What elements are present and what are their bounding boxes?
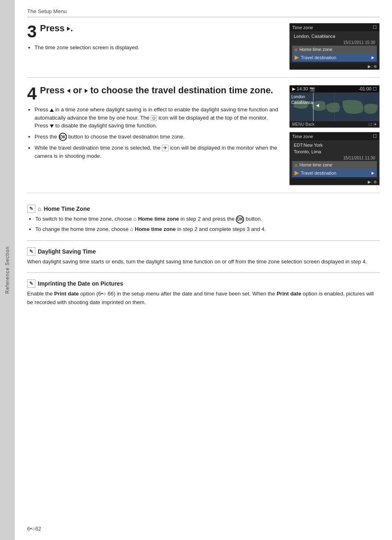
home-icon-b2: ⌂ (130, 226, 134, 232)
notes-section: ✎ ⌂ Home Time Zone To switch to the home… (27, 205, 380, 313)
camera-body-2: EDT:New York Toronto, Lima 15/11/2011 11… (290, 140, 379, 179)
step-4-bullets: Press in a time zone where daylight savi… (35, 106, 281, 160)
camera-time-1: 15/11/2011 15:30 (292, 39, 377, 46)
camera-topbar-map: ▶ 14:30 📷 -01:00 ☐ (290, 85, 379, 92)
step-3-title: Press . (40, 23, 73, 34)
left-arrow-icon (67, 89, 70, 93)
note-print: ✎ Imprinting the Date on Pictures Enable… (27, 279, 380, 307)
page-title: The Setup Menu (27, 8, 380, 17)
note-home-bullet-1: To switch to the home time zone, choose … (35, 215, 380, 224)
note-icon-print: ✎ (27, 279, 35, 288)
note-home-header: ✎ ⌂ Home Time Zone (27, 205, 380, 213)
camera-time-2: 15/11/2011 11:30 (292, 155, 377, 161)
sidebar-label: Reference Section (5, 246, 10, 294)
step-4-title: Press or to choose the travel destinatio… (40, 85, 273, 96)
step-3-row: 3 Press . The time zone selection screen… (27, 23, 380, 78)
note-home-time-zone: ✎ ⌂ Home Time Zone To switch to the home… (27, 205, 380, 234)
step-3-bullet-1: The time zone selection screen is displa… (35, 44, 281, 52)
page-footer: 6•○62 (27, 517, 380, 532)
camera-row-edt: EDT:New York (292, 142, 377, 148)
footer-page-number: 6•○62 (27, 526, 41, 532)
home-icon-b1: ⌂ (133, 216, 136, 222)
step-3-bullets: The time zone selection screen is displa… (35, 44, 281, 52)
camera-titlebar-2: Time zone ☐ (290, 132, 379, 140)
step-4-bullet-1: Press in a time zone where daylight savi… (35, 106, 281, 130)
step-4-left: 4 Press or to choose the travel destinat… (27, 85, 281, 163)
menu-home-tz-2: ⌂ Home time zone (292, 161, 377, 168)
step-3-left: 3 Press . The time zone selection screen… (27, 23, 281, 55)
camera-footer-map: MENU Back □: ✈ (290, 121, 379, 127)
step-3-number: 3 (27, 23, 37, 40)
step-3-right: Time zone ☐ London, Casablanca 15/11/201… (289, 23, 380, 70)
ok-btn-note: OK (236, 215, 244, 224)
map-labels: London Casablanca (291, 94, 313, 106)
divider-2 (27, 272, 380, 273)
step-3-heading: 3 Press . (27, 23, 281, 40)
camera-map: London Casablanca (290, 92, 379, 121)
note-print-title: Imprinting the Date on Pictures (38, 280, 123, 287)
note-home-body: To switch to the home time zone, choose … (27, 215, 380, 234)
note-icon-home: ✎ (27, 205, 35, 213)
sidebar: Reference Section (0, 0, 15, 540)
note-home-bullet-2: To change the home time zone, choose ⌂ H… (35, 225, 380, 234)
camera-screen-1: Time zone ☐ London, Casablanca 15/11/201… (289, 23, 380, 70)
menu-travel-tz-2: ▶ Travel destination ▶ (292, 168, 377, 177)
camera-row-toronto: Toronto, Lima (292, 148, 377, 155)
step-4-heading: 4 Press or to choose the travel destinat… (27, 85, 281, 102)
note-dst-body: When daylight saving time starts or ends… (27, 258, 380, 266)
page: Reference Section The Setup Menu 3 Press… (0, 0, 392, 540)
step-4-bullet-2: Press the OK button to choose the travel… (35, 133, 281, 141)
note-print-header: ✎ Imprinting the Date on Pictures (27, 279, 380, 288)
camera-footer-2: ▶: ⊕ (290, 179, 379, 185)
camera-screen-2: Time zone ☐ EDT:New York Toronto, Lima 1… (289, 132, 380, 185)
camera-footer-1: ▶: ⊕ (290, 63, 379, 69)
note-dst-header: ✎ Daylight Saving Time (27, 247, 380, 256)
step-4-bullet-3: While the travel destination time zone i… (35, 144, 281, 160)
camera-titlebar-1: Time zone ☐ (290, 23, 379, 31)
menu-home-tz-1: ⌂ Home time zone (292, 46, 377, 53)
camera-body-1: London, Casablanca 15/11/2011 15:30 ⌂ Ho… (290, 31, 379, 63)
note-dst-title: Daylight Saving Time (38, 248, 96, 255)
camera-map-screen: ▶ 14:30 📷 -01:00 ☐ (289, 85, 380, 128)
note-print-body: Enable the Print date option (6•○ 66) in… (27, 290, 380, 307)
divider-1 (27, 240, 380, 241)
dst-icon: ⊙ (151, 115, 157, 121)
travel-icon: ✈ (162, 145, 168, 151)
note-home-title: Home Time Zone (44, 205, 90, 212)
right-arrow-icon-2 (85, 89, 88, 93)
note-icon-dst: ✎ (27, 247, 35, 256)
step-4-right: ▶ 14:30 📷 -01:00 ☐ (289, 85, 380, 185)
step-4-row: 4 Press or to choose the travel destinat… (27, 85, 380, 193)
down-arrow-icon (50, 125, 54, 128)
home-icon-title: ⌂ (38, 205, 41, 212)
step-4-number: 4 (27, 85, 37, 102)
menu-travel-tz-1: ▶ Travel destination ▶ (292, 53, 377, 62)
note-dst: ✎ Daylight Saving Time When daylight sav… (27, 247, 380, 266)
camera-row-1: London, Casablanca (292, 33, 377, 39)
main-content: The Setup Menu 3 Press . The time zone s… (15, 0, 392, 540)
ok-button-icon: OK (59, 133, 67, 141)
up-arrow-icon (50, 108, 54, 112)
